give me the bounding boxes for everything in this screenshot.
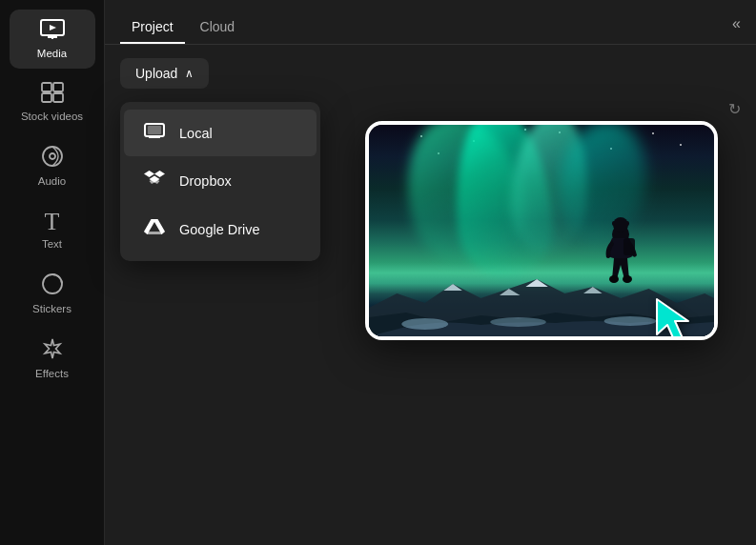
stock-videos-icon	[41, 82, 64, 107]
svg-point-9	[50, 153, 55, 159]
sidebar-item-media-label: Media	[37, 48, 67, 59]
stickers-icon	[41, 272, 64, 299]
svg-rect-5	[53, 83, 63, 91]
star	[652, 132, 654, 134]
svg-point-16	[490, 317, 546, 327]
sidebar-item-audio-label: Audio	[38, 175, 66, 187]
tab-cloud[interactable]: Cloud	[189, 11, 247, 44]
dropbox-icon	[143, 169, 166, 192]
sidebar-item-stickers[interactable]: Stickers	[10, 263, 95, 324]
sidebar-item-effects[interactable]: Effects	[10, 328, 95, 389]
refresh-button[interactable]: ↻	[728, 100, 741, 118]
sidebar-item-text[interactable]: T Text	[10, 200, 95, 259]
svg-point-15	[401, 318, 448, 330]
image-preview	[365, 121, 718, 340]
sidebar-item-media[interactable]: Media	[10, 10, 95, 69]
dropdown-item-google-drive[interactable]: Google Drive	[124, 205, 317, 253]
svg-rect-4	[42, 83, 51, 91]
google-drive-icon	[143, 217, 166, 241]
audio-icon	[41, 145, 64, 172]
collapse-button[interactable]: «	[732, 15, 741, 32]
effects-icon	[41, 337, 64, 364]
svg-point-17	[604, 316, 657, 326]
star	[680, 144, 682, 146]
svg-point-22	[609, 275, 619, 283]
sidebar-item-stock-videos[interactable]: Stock videos	[10, 72, 95, 131]
upload-chevron-icon: ∧	[185, 67, 194, 80]
sidebar-item-stock-videos-label: Stock videos	[21, 111, 83, 122]
cursor-arrow	[652, 294, 700, 340]
svg-marker-3	[50, 25, 56, 30]
local-icon	[143, 122, 166, 144]
dropdown-item-dropbox[interactable]: Dropbox	[124, 156, 317, 205]
svg-rect-20	[612, 221, 629, 226]
sidebar-item-text-label: Text	[42, 238, 62, 250]
upload-label: Upload	[135, 66, 177, 81]
main-content: Project Cloud « Upload ∧ ↻	[105, 0, 756, 545]
svg-point-8	[43, 147, 62, 166]
upload-button[interactable]: Upload ∧	[120, 58, 209, 89]
svg-rect-21	[623, 238, 635, 255]
sidebar: Media Stock videos Audio T Text	[0, 0, 105, 545]
sidebar-item-effects-label: Effects	[35, 368, 69, 379]
media-icon	[40, 19, 65, 44]
panel-body: Upload ∧ ↻ Local	[105, 45, 756, 102]
sidebar-item-stickers-label: Stickers	[32, 303, 72, 314]
dropdown-item-local[interactable]: Local	[124, 110, 317, 156]
tabs-bar: Project Cloud «	[105, 0, 756, 45]
svg-rect-12	[148, 126, 161, 134]
svg-rect-6	[42, 93, 51, 102]
sidebar-item-audio[interactable]: Audio	[10, 135, 95, 196]
text-icon: T	[45, 210, 60, 234]
svg-rect-7	[53, 93, 63, 102]
dropdown-dropbox-label: Dropbox	[179, 173, 232, 189]
person-silhouette	[595, 217, 647, 308]
dropdown-google-drive-label: Google Drive	[179, 222, 260, 237]
dropdown-local-label: Local	[179, 126, 213, 141]
svg-point-23	[623, 275, 632, 283]
tab-project[interactable]: Project	[120, 11, 185, 44]
upload-dropdown: Local Dropbox	[120, 102, 320, 261]
